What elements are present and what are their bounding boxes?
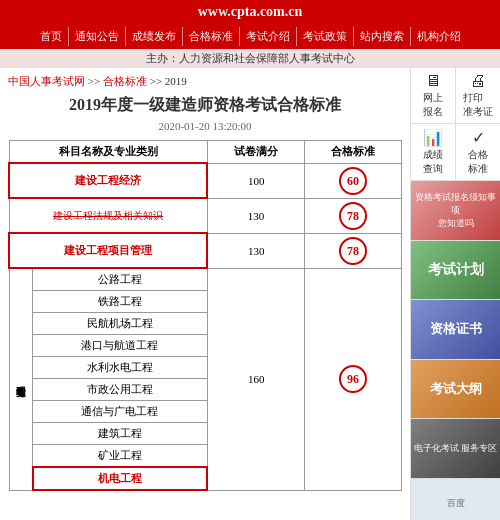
subject-jsxm: 建设工程项目管理 bbox=[9, 233, 207, 268]
subject-port: 港口与航道工程 bbox=[33, 335, 208, 357]
banner-plan-text: 考试计划 bbox=[428, 261, 484, 279]
col-header-subject: 科目名称及专业类别 bbox=[9, 141, 207, 164]
breadcrumb-year: 2019 bbox=[165, 75, 187, 87]
breadcrumb: 中国人事考试网 >> 合格标准 >> 2019 bbox=[8, 74, 402, 89]
col-header-passing: 合格标准 bbox=[304, 141, 401, 164]
breadcrumb-home[interactable]: 中国人事考试网 bbox=[8, 75, 85, 87]
nav-notice[interactable]: 通知公告 bbox=[69, 27, 126, 46]
print-label: 打印准考证 bbox=[463, 91, 493, 119]
sidebar-btn-score[interactable]: 📊 成绩查询 bbox=[411, 124, 456, 180]
sidebar-btn-standard[interactable]: ✓ 合格标准 bbox=[456, 124, 500, 180]
score-160: 160 bbox=[207, 268, 304, 490]
subject-municipal: 市政公用工程 bbox=[33, 379, 208, 401]
baidu-text: 百度 bbox=[447, 497, 465, 510]
score-label: 成绩查询 bbox=[423, 148, 443, 176]
register-label: 网上报名 bbox=[423, 91, 443, 119]
banner-outline-text: 考试大纲 bbox=[430, 380, 482, 398]
site-url[interactable]: www.cpta.com.cn bbox=[198, 4, 303, 19]
sidebar-btn-register[interactable]: 🖥 网上报名 bbox=[411, 68, 456, 123]
subject-mechanical: 机电工程 bbox=[33, 467, 208, 490]
banner-plan[interactable]: 考试计划 bbox=[411, 241, 500, 301]
register-icon: 🖥 bbox=[425, 72, 441, 90]
subject-mining: 矿业工程 bbox=[33, 445, 208, 468]
score-130a: 130 bbox=[207, 198, 304, 233]
table-row: 建设工程项目管理 130 78 bbox=[9, 233, 402, 268]
passing-96: 96 bbox=[304, 268, 401, 490]
nav-score[interactable]: 成绩发布 bbox=[126, 27, 183, 46]
sidebar-second-row: 📊 成绩查询 ✓ 合格标准 bbox=[411, 124, 500, 181]
banner-notice-text: 资格考试报名须知事项您知道吗 bbox=[413, 191, 498, 230]
page-title: 2019年度一级建造师资格考试合格标准 bbox=[8, 95, 402, 116]
print-icon: 🖨 bbox=[470, 72, 486, 90]
content-area: 中国人事考试网 >> 合格标准 >> 2019 2019年度一级建造师资格考试合… bbox=[0, 68, 410, 520]
nav-standard[interactable]: 合格标准 bbox=[183, 27, 240, 46]
passing-78a: 78 bbox=[304, 198, 401, 233]
table-row: 建设工程法规及相关知识 130 78 bbox=[9, 198, 402, 233]
score-130b: 130 bbox=[207, 233, 304, 268]
standard-icon: ✓ bbox=[472, 128, 485, 147]
nav-intro[interactable]: 考试介绍 bbox=[240, 27, 297, 46]
passing-78b: 78 bbox=[304, 233, 401, 268]
sub-text: 主办：人力资源和社会保障部人事考试中心 bbox=[146, 52, 355, 64]
subject-building: 建筑工程 bbox=[33, 423, 208, 445]
banner-cert[interactable]: 资格证书 bbox=[411, 300, 500, 360]
subject-deleted: 建设工程法规及相关知识 bbox=[9, 198, 207, 233]
breadcrumb-standard[interactable]: 合格标准 bbox=[103, 75, 147, 87]
nav-org[interactable]: 机构介绍 bbox=[411, 27, 467, 46]
table-row: 专业工程管理与实务 公路工程 160 96 bbox=[9, 268, 402, 291]
page-date: 2020-01-20 13:20:00 bbox=[8, 120, 402, 132]
exam-table: 科目名称及专业类别 试卷满分 合格标准 建设工程经济 100 60 建设工程法规… bbox=[8, 140, 402, 491]
subject-highway: 公路工程 bbox=[33, 268, 208, 291]
subject-jsjjj: 建设工程经济 bbox=[9, 163, 207, 198]
subject-water: 水利水电工程 bbox=[33, 357, 208, 379]
nav-search[interactable]: 站内搜索 bbox=[354, 27, 411, 46]
subject-telecom: 通信与广电工程 bbox=[33, 401, 208, 423]
subject-airport: 民航机场工程 bbox=[33, 313, 208, 335]
top-header: www.cpta.com.cn bbox=[0, 0, 500, 24]
subject-railway: 铁路工程 bbox=[33, 291, 208, 313]
nav-bar: 首页 通知公告 成绩发布 合格标准 考试介绍 考试政策 站内搜索 机构介绍 bbox=[0, 24, 500, 49]
banner-outline[interactable]: 考试大纲 bbox=[411, 360, 500, 420]
vertical-label-cell: 专业工程管理与实务 bbox=[9, 268, 33, 490]
standard-label: 合格标准 bbox=[468, 148, 488, 176]
col-header-total: 试卷满分 bbox=[207, 141, 304, 164]
nav-home[interactable]: 首页 bbox=[34, 27, 69, 46]
sidebar-btn-print[interactable]: 🖨 打印准考证 bbox=[456, 68, 500, 123]
banner-digital[interactable]: 电子化考试 服务专区 bbox=[411, 419, 500, 479]
banner-notice[interactable]: 资格考试报名须知事项您知道吗 bbox=[411, 181, 500, 241]
nav-policy[interactable]: 考试政策 bbox=[297, 27, 354, 46]
score-icon: 📊 bbox=[423, 128, 443, 147]
banner-cert-text: 资格证书 bbox=[430, 320, 482, 338]
sub-header: 主办：人力资源和社会保障部人事考试中心 bbox=[0, 49, 500, 68]
passing-60: 60 bbox=[304, 163, 401, 198]
score-100: 100 bbox=[207, 163, 304, 198]
sidebar-top-row: 🖥 网上报名 🖨 打印准考证 bbox=[411, 68, 500, 124]
sidebar-right: 🖥 网上报名 🖨 打印准考证 📊 成绩查询 ✓ 合格标准 资格考试报名须知事项您… bbox=[410, 68, 500, 520]
baidu-banner: 百度 bbox=[411, 479, 500, 521]
banner-digital-text: 电子化考试 服务专区 bbox=[414, 442, 497, 455]
table-row: 建设工程经济 100 60 bbox=[9, 163, 402, 198]
